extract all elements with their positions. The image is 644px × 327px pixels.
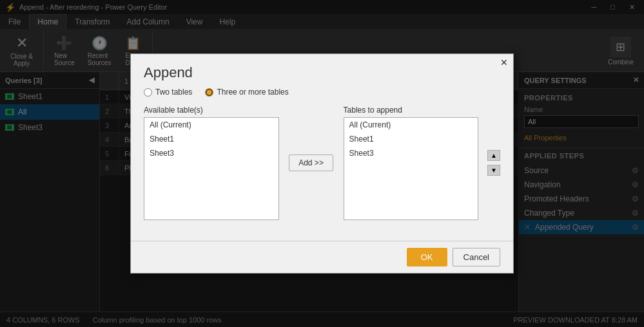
radio-two-tables-label: Two tables bbox=[155, 88, 192, 97]
radio-three-more-tables-label: Three or more tables bbox=[217, 88, 288, 97]
available-table-all-current[interactable]: All (Current) bbox=[144, 118, 278, 132]
available-tables-panel: Available table(s) All (Current) Sheet1 … bbox=[144, 106, 279, 220]
radio-three-more-tables-input[interactable] bbox=[205, 88, 213, 97]
tables-to-append-panel: Tables to append All (Current) Sheet1 Sh… bbox=[344, 106, 479, 220]
scroll-up-button[interactable]: ▲ bbox=[487, 150, 500, 161]
available-tables-list[interactable]: All (Current) Sheet1 Sheet3 bbox=[144, 117, 279, 220]
radio-two-tables[interactable]: Two tables bbox=[144, 88, 192, 97]
modal-title: Append bbox=[131, 54, 513, 88]
modal-close-button[interactable]: ✕ bbox=[500, 58, 508, 67]
radio-two-tables-input[interactable] bbox=[144, 88, 152, 97]
tables-container: Available table(s) All (Current) Sheet1 … bbox=[144, 106, 500, 220]
ok-button[interactable]: OK bbox=[407, 248, 447, 266]
scroll-down-button[interactable]: ▼ bbox=[487, 165, 500, 176]
available-tables-label: Available table(s) bbox=[144, 106, 279, 115]
radio-three-more-tables[interactable]: Three or more tables bbox=[205, 88, 288, 97]
add-button[interactable]: Add >> bbox=[289, 154, 333, 171]
append-table-all-current[interactable]: All (Current) bbox=[344, 118, 478, 132]
cancel-button[interactable]: Cancel bbox=[453, 248, 500, 266]
modal-footer: OK Cancel bbox=[131, 241, 513, 273]
available-table-sheet3[interactable]: Sheet3 bbox=[144, 146, 278, 160]
append-table-sheet1[interactable]: Sheet1 bbox=[344, 132, 478, 146]
available-table-sheet1[interactable]: Sheet1 bbox=[144, 132, 278, 146]
radio-group: Two tables Three or more tables bbox=[144, 88, 500, 97]
modal-overlay: ✕ Append Two tables Three or more tables… bbox=[0, 0, 644, 327]
append-modal: ✕ Append Two tables Three or more tables… bbox=[130, 53, 514, 274]
add-btn-container: Add >> bbox=[286, 106, 337, 220]
tables-to-append-list[interactable]: All (Current) Sheet1 Sheet3 bbox=[344, 117, 479, 220]
append-table-sheet3[interactable]: Sheet3 bbox=[344, 146, 478, 160]
tables-to-append-label: Tables to append bbox=[344, 106, 479, 115]
modal-body: Two tables Three or more tables Availabl… bbox=[131, 88, 513, 241]
